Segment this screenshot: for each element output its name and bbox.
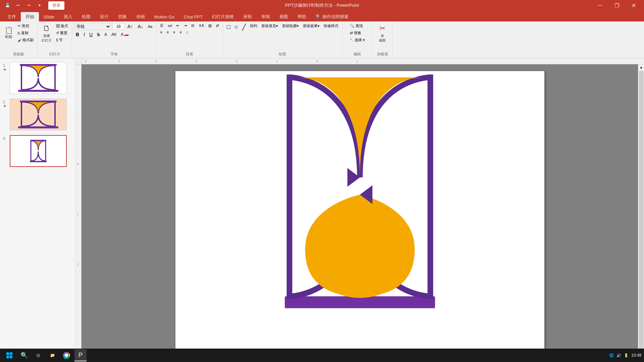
customize-quick-access[interactable]: ▾	[35, 1, 44, 10]
slide-thumb-2[interactable]: 2★	[2, 98, 73, 131]
slide-preview-2[interactable]	[10, 99, 67, 130]
canvas-area[interactable]	[82, 64, 638, 362]
align-left-button[interactable]: ≡	[158, 29, 164, 35]
replace-button[interactable]: ⇄ 替换	[348, 30, 363, 36]
file-explorer-taskbar[interactable]: 📁	[46, 349, 58, 361]
start-button[interactable]	[3, 349, 16, 361]
columns-button[interactable]: ⊟	[190, 23, 196, 28]
underline-button[interactable]: U	[88, 31, 94, 38]
numbering-button[interactable]: ≡#	[166, 23, 174, 28]
undo-button[interactable]: ↩	[13, 1, 23, 10]
tab-record[interactable]: 录制	[238, 12, 257, 21]
layout-button[interactable]: ▦ 版式	[54, 23, 70, 29]
svg-rect-25	[10, 352, 12, 355]
tab-view[interactable]: 视图	[275, 12, 293, 21]
line-shape[interactable]: ╱	[240, 23, 248, 32]
tab-help[interactable]: 帮助	[293, 12, 311, 21]
reset-button[interactable]: ↺ 重置	[54, 30, 70, 36]
tab-animations[interactable]: 动画	[131, 12, 150, 21]
align-center-button[interactable]: ≡	[165, 29, 170, 35]
text-shadow-button[interactable]: A	[103, 32, 109, 38]
tab-home[interactable]: 开始	[21, 12, 39, 21]
bold-button[interactable]: B	[74, 31, 81, 38]
oval-shape[interactable]: ○	[233, 23, 240, 31]
font-name-select[interactable]: 等线	[74, 23, 111, 30]
decrease-indent-button[interactable]: ⇤	[175, 23, 181, 28]
text-direction-button[interactable]: ⇕A	[197, 23, 206, 28]
svg-rect-1	[20, 64, 57, 66]
tab-file[interactable]: 文件	[3, 12, 21, 21]
increase-indent-button[interactable]: ⇥	[182, 23, 189, 28]
group-clipboard: 📋 粘贴 ✂ 剪切 ⎘ 复制 🖌 格式刷 剪贴板	[0, 22, 38, 57]
scroll-thumb[interactable]	[639, 71, 644, 360]
char-spacing-button[interactable]: AV	[110, 32, 118, 38]
find-button[interactable]: 🔍 查找	[348, 23, 365, 29]
restore-button[interactable]: ❐	[609, 0, 625, 11]
tab-draw[interactable]: 绘图	[77, 12, 95, 21]
save-button[interactable]: 💾	[3, 1, 12, 10]
tab-review[interactable]: 审阅	[257, 12, 275, 21]
clear-format-button[interactable]: Aa	[146, 24, 154, 29]
search-taskbar[interactable]: 🔍	[18, 349, 30, 361]
volume-icon[interactable]: 🔊	[616, 353, 621, 358]
hourglass-display[interactable]	[175, 71, 544, 353]
copy-button[interactable]: ⎘ 复制	[16, 30, 35, 36]
tab-slideshow[interactable]: 幻灯片放映	[207, 12, 238, 21]
section-button[interactable]: § 节	[54, 37, 70, 43]
increase-font-button[interactable]: A↑	[126, 23, 135, 30]
select-button[interactable]: ↖ 选择 ▾	[348, 37, 367, 43]
svg-text:1: 1	[77, 213, 79, 216]
taskview-button[interactable]: ⊞	[32, 349, 44, 361]
shapes-panel[interactable]: □	[225, 23, 232, 31]
slide-thumb-3[interactable]: 3	[2, 134, 73, 168]
strikethrough-button[interactable]: S̶	[95, 31, 102, 38]
slide-preview-1[interactable]	[10, 62, 67, 94]
tab-motion-go[interactable]: Motion Go	[150, 12, 179, 21]
login-button[interactable]: 登录	[48, 1, 64, 10]
paste-button[interactable]: 📋 粘贴	[2, 23, 15, 43]
tab-search[interactable]: 🔍 操作说明搜索	[311, 12, 353, 21]
tab-design[interactable]: 设计	[95, 12, 113, 21]
shape-fill-button[interactable]: 形状填充▾	[260, 23, 280, 29]
tab-chat-ppt[interactable]: Chat PPT	[179, 12, 207, 21]
font-size-input[interactable]	[112, 23, 124, 30]
format-painter-button[interactable]: 🖌 格式刷	[16, 37, 35, 43]
shape-outline-button[interactable]: 形状轮廓▾	[280, 23, 301, 29]
decrease-font-button[interactable]: A↓	[136, 23, 145, 30]
battery-icon[interactable]: 🔋	[624, 353, 629, 358]
slide-preview-3[interactable]	[10, 135, 67, 167]
tab-transitions[interactable]: 切换	[113, 12, 131, 21]
slide-panel: 1★ 2★	[0, 58, 75, 350]
italic-button[interactable]: I	[82, 31, 87, 38]
quick-styles-button[interactable]: 快速样式	[322, 23, 340, 29]
screenshot-button[interactable]: ✂ 加截图	[376, 23, 389, 44]
network-icon[interactable]: 🌐	[609, 353, 614, 358]
new-slide-button[interactable]: 🗋 新建幻灯片	[40, 23, 54, 44]
scroll-up-button[interactable]: ▲	[639, 64, 644, 70]
convert-smartart-button[interactable]: ⇄	[214, 23, 221, 28]
shape-effects-button[interactable]: 形状效果▾	[301, 23, 321, 29]
line-spacing-button[interactable]: ↕	[184, 29, 190, 35]
slide-thumb-1[interactable]: 1★	[2, 61, 73, 95]
vertical-ruler: – 0 1 2	[75, 64, 82, 362]
align-right-button[interactable]: ≡	[171, 29, 177, 35]
vertical-scrollbar[interactable]: ▲ ▼	[638, 64, 644, 362]
cut-button[interactable]: ✂ 剪切	[16, 23, 35, 29]
slide-canvas[interactable]	[175, 71, 544, 353]
edit-buttons: 🔍 查找 ⇄ 替换 ↖ 选择 ▾	[348, 23, 367, 51]
tab-insert[interactable]: 插入	[59, 12, 77, 21]
align-text-button[interactable]: ▤	[207, 23, 213, 28]
close-button[interactable]: ✕	[626, 0, 641, 11]
chrome-taskbar[interactable]	[60, 349, 72, 361]
tab-islide[interactable]: iSlide	[39, 12, 59, 21]
paragraph-label: 段落	[186, 51, 193, 57]
justify-button[interactable]: ≡	[178, 29, 183, 35]
bullets-button[interactable]: ☰	[158, 23, 165, 28]
redo-button[interactable]: ↪	[24, 1, 34, 10]
arrange-button[interactable]: 排列	[248, 23, 259, 29]
powerpoint-taskbar[interactable]: P	[74, 349, 87, 361]
paste-icon: 📋	[5, 27, 13, 34]
font-color-button[interactable]: A▬	[119, 32, 130, 38]
svg-text:4: 4	[155, 60, 157, 63]
minimize-button[interactable]: ─	[592, 0, 608, 11]
